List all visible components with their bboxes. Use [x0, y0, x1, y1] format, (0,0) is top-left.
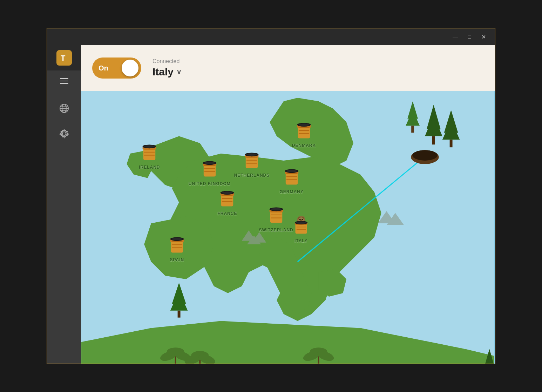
tunnelbear-logo-svg: T — [59, 52, 70, 63]
svg-point-55 — [204, 162, 215, 164]
barrel-uk — [201, 159, 219, 180]
barrel-italy — [292, 216, 310, 237]
marker-switzerland[interactable]: SWITZERLAND — [259, 205, 293, 232]
marker-spain[interactable]: SPAIN — [168, 235, 186, 262]
globe-icon — [59, 103, 69, 113]
close-icon: ✕ — [481, 34, 486, 40]
marker-label-france: FRANCE — [217, 211, 237, 216]
sidebar-nav — [52, 92, 77, 364]
maximize-icon: □ — [468, 34, 471, 40]
settings-nav-button[interactable] — [52, 124, 77, 143]
marker-label-uk: UNITED KINGDOM — [189, 181, 231, 186]
svg-point-48 — [144, 145, 155, 147]
svg-rect-65 — [299, 127, 309, 128]
svg-point-41 — [412, 150, 438, 161]
marker-label-ireland: IRELAND — [139, 165, 160, 170]
svg-rect-107 — [297, 224, 306, 225]
svg-rect-80 — [222, 198, 232, 199]
logo-icon: T — [56, 50, 72, 66]
svg-point-76 — [286, 170, 297, 172]
svg-rect-108 — [297, 227, 306, 228]
close-button[interactable]: ✕ — [476, 30, 490, 44]
app-window: — □ ✕ T — [47, 28, 495, 364]
svg-rect-72 — [286, 173, 297, 174]
svg-point-83 — [222, 192, 232, 194]
marker-italy[interactable]: ITALY — [292, 216, 310, 243]
svg-rect-79 — [222, 195, 232, 196]
svg-rect-81 — [222, 201, 232, 202]
svg-rect-30 — [432, 136, 435, 144]
svg-point-90 — [271, 208, 281, 210]
marker-germany[interactable]: GERMANY — [279, 167, 303, 194]
svg-rect-58 — [246, 157, 257, 157]
svg-rect-45 — [144, 152, 155, 153]
marker-label-switzerland: SWITZERLAND — [259, 228, 293, 232]
svg-rect-51 — [204, 165, 215, 166]
map-area: IRELAND U — [81, 91, 495, 364]
svg-point-111 — [296, 222, 306, 224]
svg-rect-44 — [144, 149, 155, 149]
svg-rect-86 — [271, 211, 281, 212]
barrel-france — [218, 189, 236, 210]
svg-rect-66 — [299, 130, 309, 130]
marker-netherlands[interactable]: NETHERLANDS — [234, 151, 270, 178]
marker-ireland[interactable]: IRELAND — [139, 143, 160, 170]
sidebar: T — [47, 45, 81, 364]
country-name: Italy — [153, 66, 174, 78]
marker-uk[interactable]: UNITED KINGDOM — [189, 159, 231, 186]
hamburger-icon — [60, 78, 68, 84]
svg-rect-94 — [172, 244, 182, 245]
svg-point-69 — [299, 123, 309, 126]
svg-rect-67 — [299, 133, 309, 134]
marker-label-netherlands: NETHERLANDS — [234, 173, 270, 178]
toggle-label: On — [99, 64, 122, 72]
marker-label-denmark: DENMARK — [292, 143, 316, 148]
marker-label-italy: ITALY — [294, 238, 308, 243]
svg-point-6 — [62, 132, 66, 135]
svg-text:T: T — [61, 54, 66, 62]
svg-rect-88 — [271, 217, 281, 218]
main-area: T — [47, 45, 495, 364]
marker-denmark[interactable]: DENMARK — [292, 121, 316, 148]
marker-france[interactable]: FRANCE — [217, 189, 237, 216]
svg-rect-74 — [286, 179, 297, 180]
menu-button[interactable] — [47, 70, 81, 92]
connection-status: Connected — [153, 58, 182, 65]
marker-label-spain: SPAIN — [170, 257, 184, 262]
minimize-button[interactable]: — — [448, 30, 462, 44]
svg-rect-53 — [204, 171, 215, 172]
svg-rect-87 — [271, 215, 281, 215]
svg-rect-10 — [411, 126, 414, 133]
header: On Connected Italy ∨ — [81, 45, 495, 91]
country-selector[interactable]: Italy ∨ — [153, 66, 182, 78]
svg-rect-93 — [172, 242, 182, 242]
svg-rect-33 — [450, 140, 453, 147]
svg-rect-73 — [286, 176, 297, 177]
svg-rect-38 — [178, 311, 181, 318]
svg-rect-95 — [172, 248, 182, 248]
svg-rect-52 — [204, 168, 215, 169]
barrel-netherlands — [243, 151, 261, 172]
chevron-down-icon: ∨ — [176, 68, 182, 76]
svg-rect-109 — [297, 229, 306, 230]
barrel-spain — [168, 235, 186, 256]
right-panel: On Connected Italy ∨ — [81, 45, 495, 364]
barrel-ireland — [140, 143, 158, 164]
svg-rect-59 — [246, 160, 257, 161]
title-bar: — □ ✕ — [47, 28, 495, 45]
barrel-germany — [283, 167, 301, 188]
barrel-switzerland — [267, 205, 285, 227]
globe-nav-button[interactable] — [52, 99, 77, 118]
vpn-toggle[interactable]: On — [92, 58, 141, 79]
settings-gear-icon — [59, 129, 69, 138]
marker-label-germany: GERMANY — [279, 189, 303, 194]
svg-point-97 — [172, 238, 182, 240]
svg-rect-46 — [144, 155, 155, 155]
svg-rect-60 — [246, 163, 257, 164]
svg-point-62 — [246, 154, 257, 156]
maximize-button[interactable]: □ — [462, 30, 476, 44]
toggle-circle — [122, 60, 138, 76]
minimize-icon: — — [453, 34, 458, 40]
barrel-denmark — [295, 121, 313, 142]
sidebar-logo: T — [47, 45, 81, 70]
